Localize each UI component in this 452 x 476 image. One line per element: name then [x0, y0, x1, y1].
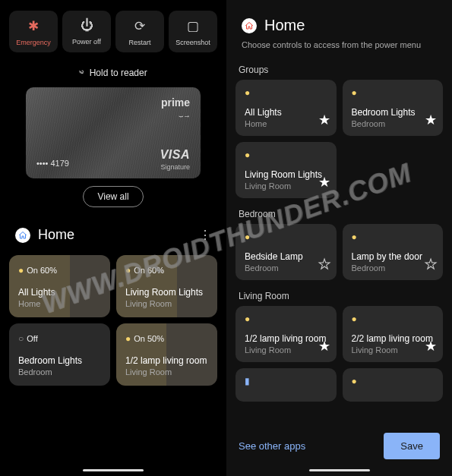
tile-all-lights[interactable]: ●On 60% All Lights Home: [9, 255, 110, 317]
picker-header: Home Choose controls to access from the …: [226, 0, 452, 54]
bedroom-grid: ● Bedside Lamp Bedroom ★ ● Lamp by the d…: [226, 224, 452, 280]
amazon-arrow-icon: ⌣→: [179, 112, 190, 121]
tile-bedroom-lights[interactable]: ○Off Bedroom Lights Bedroom: [9, 323, 110, 386]
picker-title: Home: [264, 17, 305, 34]
asterisk-icon: ✱: [12, 18, 55, 34]
nfc-icon: ༄: [79, 68, 82, 78]
power-menu-panel: ✱ Emergency ⏻ Power off ⟳ Restart ▢ Scre…: [0, 0, 226, 476]
tile-status: Off: [27, 334, 37, 343]
device-tiles: ●On 60% All Lights Home ●On 60% Living R…: [0, 251, 226, 390]
control-name: Living Room Lights: [245, 169, 329, 180]
emergency-label: Emergency: [12, 39, 55, 46]
home-title: Home: [38, 227, 199, 243]
section-living: Living Room: [226, 280, 452, 306]
see-other-apps-link[interactable]: See other apps: [239, 440, 305, 452]
power-off-button[interactable]: ⏻ Power off: [62, 11, 111, 52]
remote-icon: ▮: [245, 376, 329, 386]
bulb-icon: ●: [125, 265, 131, 276]
groups-grid: ● All Lights Home ★ ● Bedroom Lights Bed…: [226, 80, 452, 198]
home-header: Home ⋮: [0, 215, 226, 251]
control-extra[interactable]: ●: [343, 368, 444, 402]
control-living-room-lights[interactable]: ● Living Room Lights Living Room ★: [235, 142, 337, 198]
nfc-label: Hold to reader: [90, 68, 147, 78]
bottom-bar: See other apps Save: [226, 422, 452, 476]
control-room: Living Room: [245, 181, 329, 191]
tile-room: Living Room: [125, 299, 208, 308]
control-name: 1/2 lamp living room: [245, 333, 329, 344]
card-tier: Signature: [160, 163, 190, 171]
bulb-icon: ●: [125, 333, 131, 344]
bulb-icon: ●: [245, 314, 329, 324]
control-room: Living Room: [352, 345, 436, 355]
control-two-half-lamp[interactable]: ● 2/2 lamp living room Living Room ★: [343, 306, 444, 362]
gesture-bar[interactable]: [309, 469, 370, 471]
control-name: All Lights: [245, 107, 329, 118]
tile-status: On 50%: [134, 334, 164, 343]
bulb-off-icon: ○: [18, 333, 24, 344]
tile-status: On 60%: [27, 266, 57, 275]
save-button[interactable]: Save: [384, 433, 440, 459]
star-icon[interactable]: ★: [318, 174, 330, 191]
nfc-row: ༄ Hold to reader: [0, 60, 226, 84]
tile-status: On 60%: [134, 266, 164, 275]
star-outline-icon[interactable]: ★: [425, 256, 437, 273]
payment-card[interactable]: prime ⌣→ •••• 4179 VISA Signature: [26, 87, 201, 178]
star-icon[interactable]: ★: [318, 338, 330, 355]
controls-picker-panel: Home Choose controls to access from the …: [226, 0, 452, 476]
control-name: 2/2 lamp living room: [352, 333, 436, 344]
tile-room: Bedroom: [18, 367, 101, 377]
control-room: Home: [245, 119, 329, 128]
restart-button[interactable]: ⟳ Restart: [115, 11, 164, 52]
control-door-lamp[interactable]: ● Lamp by the door Bedroom ★: [343, 224, 444, 280]
control-name: Lamp by the door: [352, 251, 436, 262]
screenshot-icon: ▢: [172, 18, 214, 34]
tile-name: All Lights: [18, 287, 101, 298]
card-network: VISA: [160, 148, 190, 162]
bulb-icon: ●: [352, 232, 436, 242]
google-home-icon: [242, 18, 257, 33]
bulb-icon: ●: [352, 314, 436, 324]
star-icon[interactable]: ★: [425, 338, 437, 355]
bulb-icon: ●: [245, 150, 329, 160]
control-half-lamp[interactable]: ● 1/2 lamp living room Living Room ★: [235, 306, 337, 362]
star-icon[interactable]: ★: [318, 112, 330, 128]
tile-half-lamp[interactable]: ●On 50% 1/2 lamp living room Living Room: [116, 323, 217, 386]
card-brand: prime: [161, 96, 190, 109]
control-room: Bedroom: [352, 119, 436, 128]
tile-living-room-lights[interactable]: ●On 60% Living Room Lights Living Room: [116, 255, 217, 317]
restart-icon: ⟳: [119, 18, 161, 34]
restart-label: Restart: [119, 39, 161, 46]
control-all-lights[interactable]: ● All Lights Home ★: [235, 80, 337, 136]
tile-room: Living Room: [125, 367, 208, 377]
bulb-icon: ●: [18, 265, 24, 276]
screenshot-button[interactable]: ▢ Screenshot: [169, 11, 217, 52]
view-all-button[interactable]: View all: [83, 186, 143, 207]
bulb-icon: ●: [352, 376, 436, 386]
card-last4: •••• 4179: [36, 159, 69, 168]
emergency-button[interactable]: ✱ Emergency: [9, 11, 58, 52]
picker-subtitle: Choose controls to access from the power…: [242, 40, 437, 49]
control-room: Living Room: [245, 345, 329, 355]
control-remote[interactable]: ▮: [235, 368, 337, 402]
control-bedroom-lights[interactable]: ● Bedroom Lights Bedroom ★: [343, 80, 444, 136]
tile-name: 1/2 lamp living room: [125, 355, 208, 366]
control-room: Bedroom: [245, 263, 329, 273]
gesture-bar[interactable]: [83, 469, 144, 471]
section-groups: Groups: [226, 54, 452, 80]
power-off-label: Power off: [65, 38, 108, 46]
star-outline-icon[interactable]: ★: [318, 256, 330, 273]
bulb-icon: ●: [245, 87, 329, 98]
bulb-icon: ●: [352, 87, 436, 98]
control-bedside-lamp[interactable]: ● Bedside Lamp Bedroom ★: [235, 224, 337, 280]
star-icon[interactable]: ★: [425, 112, 437, 128]
power-buttons-row: ✱ Emergency ⏻ Power off ⟳ Restart ▢ Scre…: [0, 0, 226, 60]
bulb-icon: ●: [245, 232, 329, 242]
overflow-menu-icon[interactable]: ⋮: [199, 228, 211, 242]
screenshot-label: Screenshot: [172, 39, 214, 46]
control-room: Bedroom: [352, 263, 436, 273]
tile-name: Living Room Lights: [125, 287, 208, 298]
tile-room: Home: [18, 299, 101, 308]
tile-name: Bedroom Lights: [18, 355, 101, 366]
control-name: Bedside Lamp: [245, 251, 329, 262]
living-grid: ● 1/2 lamp living room Living Room ★ ● 2…: [226, 306, 452, 402]
